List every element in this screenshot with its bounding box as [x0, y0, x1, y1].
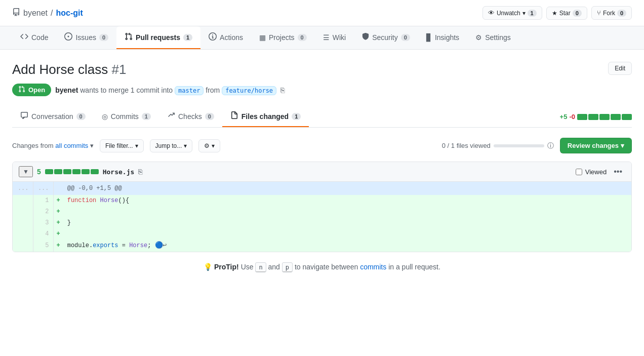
viewed-label[interactable]: Viewed — [576, 168, 607, 176]
pr-tab-conversation[interactable]: Conversation 0 — [12, 106, 94, 127]
diff-block-5 — [622, 114, 632, 120]
chevron-review-icon: ▾ — [621, 142, 624, 149]
pr-meta: Open byenet wants to merge 1 commit into… — [12, 84, 632, 96]
old-num-1 — [13, 195, 33, 206]
content-5: module.exports = Horse; 🔵↩ — [63, 240, 631, 252]
tab-issues[interactable]: Issues 0 — [56, 26, 116, 49]
security-count: 0 — [401, 34, 410, 41]
watch-button[interactable]: 👁 Unwatch ▾ 1 — [482, 6, 542, 20]
issues-icon — [64, 32, 72, 42]
pr-description: wants to merge — [80, 86, 131, 94]
additions-count: 5 — [37, 168, 41, 176]
diff-line-1: 1 + function Horse(){ — [13, 195, 631, 206]
key-p: p — [282, 262, 293, 272]
content-1: function Horse(){ — [63, 195, 631, 206]
tab-code[interactable]: Code — [12, 26, 56, 49]
commits-label: Commits — [111, 112, 139, 121]
chevron-gear-icon: ▾ — [212, 142, 215, 149]
fork-button[interactable]: ⑂ Fork 0 — [591, 6, 632, 20]
pr-number: #1 — [112, 62, 127, 77]
tab-issues-label: Issues — [75, 33, 96, 42]
copy-branch-icon[interactable]: ⎘ — [280, 86, 285, 94]
copy-file-icon[interactable]: ⎘ — [138, 168, 142, 176]
commits-icon: ◎ — [102, 112, 108, 121]
diff-block-2 — [588, 114, 598, 120]
author-name[interactable]: byenet — [55, 86, 78, 94]
wiki-icon: ☰ — [323, 33, 330, 42]
files-toolbar: Changes from all commits ▾ File filter..… — [12, 138, 632, 153]
conversation-label: Conversation — [31, 112, 73, 121]
issues-count: 0 — [99, 34, 108, 41]
jump-to-button[interactable]: Jump to... ▾ — [150, 139, 193, 152]
file-diff: ▼ 5 Horse.js ⎘ Viewed ••• — [12, 162, 632, 252]
info-icon[interactable]: ⓘ — [547, 141, 554, 150]
repo-owner[interactable]: byenet — [23, 9, 48, 18]
base-branch[interactable]: master — [175, 86, 204, 95]
protip-text-before: Use — [241, 263, 256, 271]
pr-tabs: Conversation 0 ◎ Commits 1 Checks 0 File… — [12, 106, 632, 128]
file-filter-label: File filter... — [105, 142, 133, 149]
hunk-old-num: ... — [13, 182, 33, 195]
prefix-2: + — [53, 206, 63, 217]
diff-hunk-row: ... ... @@ -0,0 +1,5 @@ — [13, 182, 631, 195]
chevron-commits-icon: ▾ — [90, 142, 94, 149]
protip: 💡 ProTip! Use n and p to navigate betwee… — [12, 252, 632, 283]
repo-name[interactable]: hoc-git — [56, 9, 83, 18]
star-count: 0 — [573, 10, 582, 17]
pr-title-row: Add Horse class #1 Edit — [12, 62, 632, 77]
projects-count: 0 — [298, 34, 307, 41]
tab-wiki[interactable]: ☰ Wiki — [315, 27, 354, 49]
file-actions: Viewed ••• — [576, 166, 625, 177]
viewed-text: Viewed — [585, 168, 607, 176]
tab-pull-requests[interactable]: Pull requests 1 — [116, 26, 200, 49]
gear-filter-button[interactable]: ⚙ ▾ — [198, 139, 220, 152]
commits-link[interactable]: commits — [360, 263, 386, 271]
tab-settings[interactable]: ⚙ Settings — [467, 27, 519, 49]
fork-count: 0 — [617, 10, 626, 17]
comment-icon[interactable]: 🔵↩ — [155, 242, 167, 249]
projects-icon: ▦ — [259, 33, 266, 42]
pr-author: byenet wants to merge 1 commit into mast… — [55, 86, 276, 94]
add-block-4 — [72, 169, 80, 174]
tab-insights[interactable]: ▊ Insights — [418, 27, 467, 49]
head-branch[interactable]: feature/horse — [222, 86, 276, 95]
hunk-content: @@ -0,0 +1,5 @@ — [63, 182, 631, 195]
add-block-1 — [45, 169, 53, 174]
repo-actions: 👁 Unwatch ▾ 1 ★ Star 0 ⑂ Fork 0 — [482, 6, 632, 20]
conversation-icon — [20, 111, 28, 121]
tab-projects[interactable]: ▦ Projects 0 — [251, 27, 315, 49]
pr-tab-checks[interactable]: Checks 0 — [159, 106, 222, 127]
additions-blocks — [45, 169, 99, 174]
hunk-prefix — [53, 182, 63, 195]
repo-separator: / — [51, 9, 53, 18]
file-header: ▼ 5 Horse.js ⎘ Viewed ••• — [13, 162, 631, 182]
main-content: Add Horse class #1 Edit Open byenet want… — [0, 50, 644, 295]
diff-line-5: 5 + module.exports = Horse; 🔵↩ — [13, 240, 631, 252]
star-button[interactable]: ★ Star 0 — [546, 7, 587, 20]
open-pr-icon — [18, 86, 25, 94]
all-commits-link[interactable]: all commits — [55, 142, 88, 149]
changes-from-text: Changes from — [12, 142, 55, 149]
review-changes-button[interactable]: Review changes ▾ — [560, 138, 632, 153]
pr-tab-files[interactable]: Files changed 1 — [222, 106, 309, 127]
file-more-button[interactable]: ••• — [611, 166, 625, 177]
tab-actions[interactable]: Actions — [200, 26, 251, 49]
edit-button[interactable]: Edit — [608, 62, 632, 75]
pr-icon — [125, 32, 133, 42]
file-filter-button[interactable]: File filter... ▾ — [100, 139, 144, 152]
viewed-checkbox[interactable] — [576, 169, 582, 175]
content-2 — [63, 206, 631, 217]
files-icon — [230, 111, 238, 121]
prefix-5: + — [53, 240, 63, 252]
new-num-4: 4 — [33, 228, 53, 240]
tab-wiki-label: Wiki — [333, 33, 346, 42]
chevron-icon: ▾ — [522, 10, 526, 17]
pr-tab-commits[interactable]: ◎ Commits 1 — [94, 107, 159, 127]
commits-count: 1 — [142, 113, 151, 120]
tab-security[interactable]: Security 0 — [354, 27, 418, 49]
old-num-4 — [13, 228, 33, 240]
repo-icon — [12, 8, 20, 18]
pr-into: into — [162, 86, 175, 94]
collapse-button[interactable]: ▼ — [19, 166, 33, 177]
star-icon: ★ — [552, 10, 557, 17]
